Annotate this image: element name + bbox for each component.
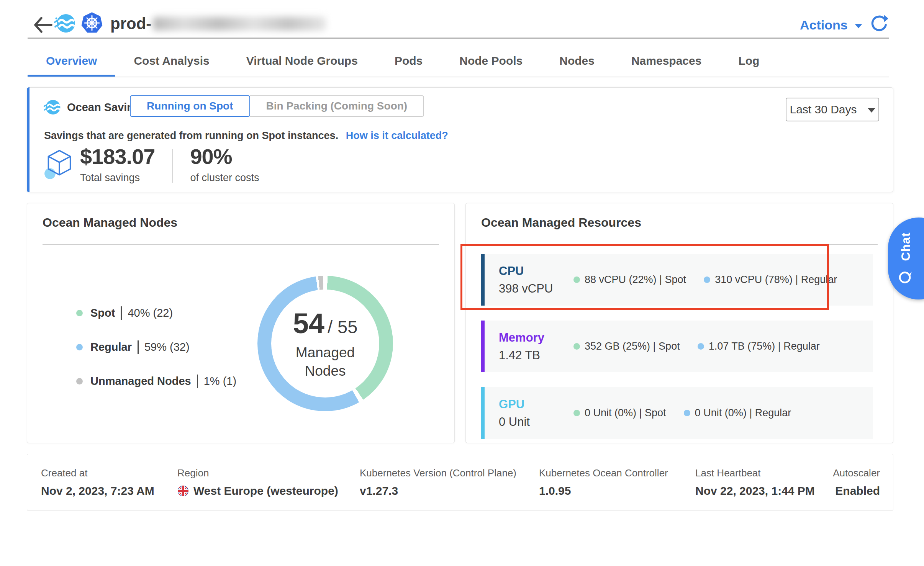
uk-flag-icon	[177, 485, 189, 497]
chevron-down-icon	[868, 108, 875, 113]
memory-total: 1.42 TB	[499, 348, 573, 362]
running-on-spot-button[interactable]: Running on Spot	[130, 95, 250, 117]
cpu-accent-bar	[481, 254, 485, 306]
cluster-cost-percent-value: 90%	[190, 146, 259, 167]
resource-row-memory: Memory 1.42 TB 352 GB (25%) | Spot 1.07 …	[481, 321, 873, 372]
gpu-regular-stat: 0 Unit (0%) | Regular	[684, 407, 791, 419]
legend-separator	[138, 340, 139, 354]
gpu-label: GPU	[499, 398, 573, 411]
kubernetes-version: Kubernetes Version (Control Plane) v1.27…	[360, 467, 516, 497]
ocean-logo-icon	[54, 12, 76, 34]
legend-separator	[121, 306, 122, 320]
cluster-name-redacted	[153, 17, 326, 31]
back-arrow-icon	[32, 15, 54, 34]
memory-spot-stat: 352 GB (25%) | Spot	[573, 340, 680, 352]
resources-card-title: Ocean Managed Resources	[481, 216, 641, 230]
savings-cube-icon	[44, 148, 75, 183]
tab-log[interactable]: Log	[720, 44, 778, 77]
spot-dot-icon	[573, 343, 580, 350]
nodes-legend: Spot 40% (22) Regular 59% (32) Unmanaged…	[76, 296, 236, 398]
chat-bubble-icon	[898, 270, 913, 285]
cluster-name-prefix: prod-	[110, 15, 151, 33]
donut-center: 54 / 55 Managed Nodes	[271, 290, 379, 398]
gpu-spot-stat: 0 Unit (0%) | Spot	[573, 407, 666, 419]
memory-regular-stat: 1.07 TB (75%) | Regular	[698, 340, 820, 352]
stats-divider	[172, 149, 173, 183]
unmanaged-dot-icon	[76, 378, 83, 384]
managed-nodes-count: 54	[293, 307, 324, 340]
spot-dot-icon	[76, 310, 83, 316]
autoscaler-status: Autoscaler Enabled	[833, 467, 880, 497]
cpu-regular-stat: 310 vCPU (78%) | Regular	[704, 274, 837, 286]
total-nodes-count: / 55	[328, 316, 357, 337]
regular-dot-icon	[76, 344, 83, 350]
resources-rows: CPU 398 vCPU 88 vCPU (22%) | Spot 310 vC…	[481, 254, 873, 454]
region-value: West Europe (westeurope)	[193, 484, 338, 497]
cluster-cost-percent-block: 90% of cluster costs	[190, 146, 259, 184]
total-savings-caption: Total savings	[80, 172, 155, 184]
ocean-managed-nodes-card: Ocean Managed Nodes Spot 40% (22) Regula…	[27, 203, 455, 443]
header-divider	[28, 38, 889, 39]
managed-nodes-donut-chart: 54 / 55 Managed Nodes	[257, 276, 393, 411]
chat-label: Chat	[899, 232, 913, 261]
page-title: prod-	[110, 14, 326, 34]
chevron-down-icon	[855, 24, 862, 28]
memory-accent-bar	[481, 321, 485, 372]
spot-dot-icon	[573, 410, 580, 416]
legend-separator	[197, 375, 198, 388]
cpu-total: 398 vCPU	[499, 282, 573, 296]
tab-overview[interactable]: Overview	[28, 44, 115, 77]
savings-stats: $183.07 Total savings 90% of cluster cos…	[44, 146, 259, 184]
legend-item-spot: Spot 40% (22)	[76, 296, 236, 330]
cpu-label: CPU	[499, 264, 573, 278]
tab-pods[interactable]: Pods	[376, 44, 441, 77]
how-calculated-link[interactable]: How is it calculated?	[346, 130, 448, 141]
ocean-wave-icon	[43, 98, 61, 116]
period-select[interactable]: Last 30 Days	[786, 98, 879, 121]
tab-cost-analysis[interactable]: Cost Analysis	[115, 44, 228, 77]
actions-label: Actions	[800, 18, 848, 33]
tab-namespaces[interactable]: Namespaces	[613, 44, 720, 77]
total-savings-value: $183.07	[80, 146, 155, 167]
cpu-spot-stat: 88 vCPU (22%) | Spot	[573, 274, 686, 286]
resource-row-cpu: CPU 398 vCPU 88 vCPU (22%) | Spot 310 vC…	[481, 254, 873, 306]
back-button[interactable]	[32, 15, 54, 34]
nodes-card-divider	[43, 244, 439, 245]
gpu-total: 0 Unit	[499, 415, 573, 429]
donut-caption: Managed Nodes	[296, 344, 355, 380]
memory-label: Memory	[499, 331, 573, 345]
resource-row-gpu: GPU 0 Unit 0 Unit (0%) | Spot 0 Unit (0%…	[481, 387, 873, 439]
actions-dropdown[interactable]: Actions	[800, 18, 862, 33]
regular-dot-icon	[698, 343, 704, 350]
refresh-button[interactable]	[869, 15, 888, 34]
tab-virtual-node-groups[interactable]: Virtual Node Groups	[228, 44, 376, 77]
region: Region West Europe (westeurope)	[177, 467, 338, 497]
period-select-value: Last 30 Days	[790, 103, 857, 116]
chat-button[interactable]: Chat	[888, 218, 924, 299]
regular-dot-icon	[704, 276, 710, 283]
cluster-cost-percent-caption: of cluster costs	[190, 172, 259, 184]
cluster-details-footer: Created at Nov 2, 2023, 7:23 AM Region W…	[27, 454, 893, 511]
regular-dot-icon	[684, 410, 690, 416]
legend-item-unmanaged: Unmanaged Nodes 1% (1)	[76, 364, 236, 398]
savings-description: Savings that are generated from running …	[44, 130, 448, 142]
resources-card-divider	[481, 244, 878, 245]
tab-bar: Overview Cost Analysis Virtual Node Grou…	[28, 44, 778, 77]
ocean-controller-version: Kubernetes Ocean Controller 1.0.95	[539, 467, 668, 497]
ocean-savings-card: Ocean Savings: Running on Spot Bin Packi…	[27, 87, 893, 192]
legend-item-regular: Regular 59% (32)	[76, 330, 236, 364]
created-at: Created at Nov 2, 2023, 7:23 AM	[41, 467, 154, 497]
cluster-overview-page: prod- Actions Overview Cost Analysis Vir…	[0, 0, 924, 566]
tabs-divider	[28, 77, 889, 77]
tab-nodes[interactable]: Nodes	[541, 44, 613, 77]
gpu-accent-bar	[481, 387, 485, 439]
tab-node-pools[interactable]: Node Pools	[441, 44, 541, 77]
kubernetes-logo-icon	[80, 11, 103, 34]
nodes-card-title: Ocean Managed Nodes	[43, 216, 177, 230]
autoscaler-status-badge: Enabled	[833, 484, 880, 497]
savings-mode-toggle: Running on Spot Bin Packing (Coming Soon…	[130, 95, 424, 117]
ocean-managed-resources-card: Ocean Managed Resources CPU 398 vCPU 88 …	[465, 203, 893, 443]
bin-packing-button[interactable]: Bin Packing (Coming Soon)	[250, 95, 424, 117]
last-heartbeat: Last Heartbeat Nov 22, 2023, 1:44 PM	[695, 467, 815, 497]
spot-dot-icon	[573, 276, 580, 283]
